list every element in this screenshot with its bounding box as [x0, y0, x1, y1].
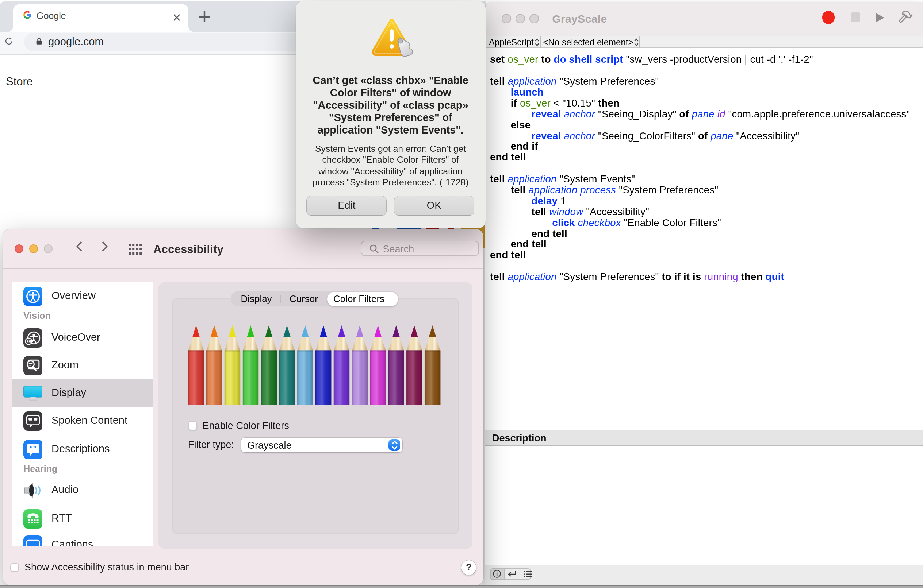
svg-text:“”: “”	[30, 445, 36, 452]
